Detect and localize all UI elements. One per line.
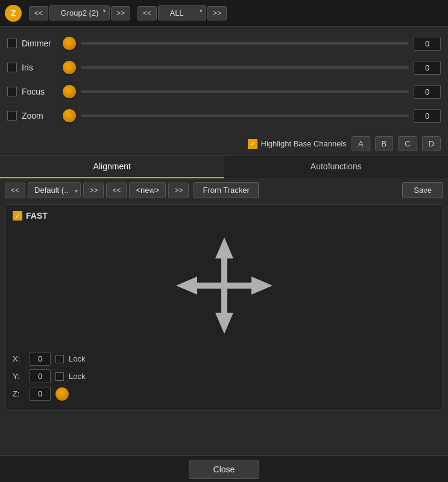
z-value[interactable]	[30, 387, 51, 401]
align-next-button[interactable]: >>	[83, 183, 104, 198]
tab-alignment[interactable]: Alignment	[0, 155, 224, 178]
y-lock-label: Lock	[69, 372, 85, 381]
xyz-row-x: X: Lock	[13, 352, 435, 366]
nav-group-1: << Group2 (2) >>	[29, 5, 130, 20]
btn-b[interactable]: B	[375, 136, 394, 151]
dimmer-knob[interactable]	[63, 37, 76, 50]
zoom-checkbox[interactable]	[7, 111, 17, 120]
svg-marker-3	[224, 277, 273, 295]
nav2-all-label[interactable]: ALL	[158, 5, 206, 20]
svg-marker-0	[215, 237, 233, 286]
highlight-checkbox[interactable]: ✓	[248, 139, 257, 149]
channel-row-iris: Iris	[7, 55, 441, 80]
alignment-bar: << Default (.. >> << <new> >> From Track…	[0, 178, 448, 202]
focus-label: Focus	[22, 87, 58, 96]
y-value[interactable]	[30, 369, 51, 383]
nav2-prev-button[interactable]: <<	[137, 6, 157, 20]
focus-slider[interactable]	[81, 90, 409, 93]
focus-value[interactable]	[414, 85, 441, 99]
x-lock-label: Lock	[69, 354, 85, 363]
focus-knob[interactable]	[63, 85, 76, 98]
nav1-group-label[interactable]: Group2 (2)	[49, 5, 110, 20]
focus-checkbox[interactable]	[7, 87, 17, 96]
y-lock-checkbox[interactable]	[55, 372, 64, 381]
xyz-row-z: Z:	[13, 387, 435, 401]
btn-a[interactable]: A	[352, 136, 370, 151]
align-prev2-button[interactable]: <<	[106, 183, 127, 198]
align-preset-label[interactable]: Default (..	[28, 182, 81, 198]
fast-label: FAST	[26, 211, 48, 221]
zoom-label: Zoom	[22, 111, 58, 120]
arrow-area[interactable]	[13, 225, 435, 346]
channel-row-dimmer: Dimmer	[7, 31, 441, 55]
from-tracker-button[interactable]: From Tracker	[194, 182, 258, 198]
dimmer-label: Dimmer	[22, 39, 58, 48]
iris-label: Iris	[22, 63, 58, 72]
zoom-slider[interactable]	[81, 114, 409, 117]
y-axis-label: Y:	[13, 372, 25, 381]
iris-value[interactable]	[414, 61, 441, 75]
channel-row-focus: Focus	[7, 80, 441, 104]
align-prev-button[interactable]: <<	[5, 183, 25, 198]
close-button[interactable]: Close	[189, 460, 260, 479]
dimmer-checkbox[interactable]	[7, 39, 17, 48]
z-knob[interactable]	[55, 387, 69, 401]
btn-d[interactable]: D	[422, 136, 441, 151]
nav1-prev-button[interactable]: <<	[29, 6, 48, 20]
channels-section: Dimmer Iris Focus Zoom	[0, 27, 448, 133]
logo[interactable]: Z	[5, 5, 22, 22]
zoom-knob[interactable]	[63, 109, 76, 122]
arrow-cross[interactable]	[170, 231, 279, 340]
nav1-next-button[interactable]: >>	[111, 6, 130, 20]
save-button[interactable]: Save	[402, 182, 443, 198]
align-next2-button[interactable]: >>	[168, 183, 189, 198]
x-axis-label: X:	[13, 354, 25, 363]
btn-c[interactable]: C	[398, 136, 417, 151]
nav-group-2: << ALL >>	[137, 5, 227, 20]
tab-autofunctions[interactable]: Autofunctions	[224, 155, 449, 178]
x-lock-checkbox[interactable]	[55, 355, 64, 363]
align-new-label[interactable]: <new>	[129, 182, 166, 198]
x-value[interactable]	[30, 352, 51, 366]
dimmer-slider[interactable]	[81, 42, 409, 45]
svg-marker-1	[215, 286, 233, 334]
iris-checkbox[interactable]	[7, 63, 17, 72]
xyz-rows: X: Lock Y: Lock Z:	[13, 352, 435, 401]
fast-checkbox[interactable]: ✓	[13, 211, 22, 221]
highlight-row: ✓ Highlight Base Channels A B C D	[0, 133, 448, 155]
xyz-row-y: Y: Lock	[13, 369, 435, 383]
fast-check-row: ✓ FAST	[13, 211, 435, 221]
channel-row-zoom: Zoom	[7, 104, 441, 128]
footer: Close	[0, 455, 448, 482]
header: Z << Group2 (2) >> << ALL >>	[0, 0, 448, 27]
z-axis-label: Z:	[13, 389, 25, 398]
svg-marker-2	[176, 277, 224, 295]
highlight-label: Highlight Base Channels	[261, 139, 347, 148]
iris-knob[interactable]	[63, 61, 76, 74]
dimmer-value[interactable]	[414, 37, 441, 51]
tabs-bar: Alignment Autofunctions	[0, 155, 448, 178]
zoom-value[interactable]	[414, 109, 441, 123]
alignment-panel: ✓ FAST X: Lock Y:	[5, 204, 443, 411]
highlight-check-group: ✓ Highlight Base Channels	[248, 139, 347, 149]
nav2-next-button[interactable]: >>	[207, 6, 227, 20]
iris-slider[interactable]	[81, 66, 409, 69]
